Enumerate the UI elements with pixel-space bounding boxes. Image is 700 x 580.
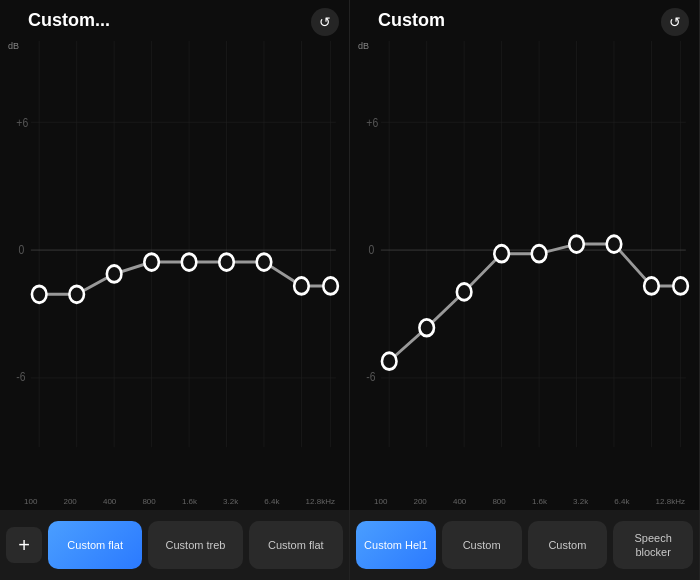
svg-text:-6: -6 xyxy=(366,371,375,384)
svg-point-22 xyxy=(294,278,309,295)
svg-point-40 xyxy=(419,319,434,336)
preset-button-custom-flat[interactable]: Custom flat xyxy=(48,521,142,569)
preset-button-custom-1[interactable]: Custom xyxy=(442,521,522,569)
svg-point-18 xyxy=(144,254,159,271)
left-panel-title: Custom... xyxy=(14,0,124,34)
svg-text:+6: +6 xyxy=(16,116,28,129)
right-panel: Custom ↺ dB +6 0 -6 xyxy=(350,0,700,580)
preset-button-custom-treb[interactable]: Custom treb xyxy=(148,521,242,569)
svg-text:0: 0 xyxy=(368,243,374,256)
right-bottom-bar: Custom Hel1 Custom Custom Speech blocker xyxy=(350,510,699,580)
right-reset-button[interactable]: ↺ xyxy=(661,8,689,36)
svg-point-45 xyxy=(607,236,622,253)
left-reset-button[interactable]: ↺ xyxy=(311,8,339,36)
svg-point-21 xyxy=(257,254,272,271)
svg-point-47 xyxy=(673,278,688,295)
add-preset-button[interactable]: + xyxy=(6,527,42,563)
preset-button-speech-blocker[interactable]: Speech blocker xyxy=(613,521,693,569)
svg-point-17 xyxy=(107,266,122,283)
svg-text:-6: -6 xyxy=(16,371,25,384)
right-panel-title: Custom xyxy=(364,0,459,34)
right-eq-container: dB +6 0 -6 xyxy=(350,35,699,495)
svg-point-46 xyxy=(644,278,659,295)
svg-point-16 xyxy=(69,286,84,303)
right-db-label: dB xyxy=(358,41,369,51)
svg-point-23 xyxy=(323,278,338,295)
svg-point-20 xyxy=(219,254,234,271)
svg-point-44 xyxy=(569,236,584,253)
svg-point-43 xyxy=(532,245,547,262)
left-bottom-bar: + Custom flat Custom treb Custom flat xyxy=(0,510,349,580)
svg-point-39 xyxy=(382,353,397,370)
preset-button-custom-hel1[interactable]: Custom Hel1 xyxy=(356,521,436,569)
left-eq-graph: +6 0 -6 xyxy=(8,41,341,495)
svg-point-15 xyxy=(32,286,47,303)
preset-button-custom-2[interactable]: Custom xyxy=(528,521,608,569)
svg-point-42 xyxy=(494,245,509,262)
svg-text:+6: +6 xyxy=(366,116,378,129)
svg-point-41 xyxy=(457,284,472,301)
right-eq-graph: +6 0 -6 xyxy=(358,41,691,495)
left-eq-container: dB +6 0 -6 xyxy=(0,35,349,495)
svg-point-19 xyxy=(182,254,197,271)
left-db-label: dB xyxy=(8,41,19,51)
left-panel: Custom... ↺ dB +6 0 -6 xyxy=(0,0,350,580)
svg-text:0: 0 xyxy=(18,243,24,256)
preset-button-custom-flat-2[interactable]: Custom flat xyxy=(249,521,343,569)
